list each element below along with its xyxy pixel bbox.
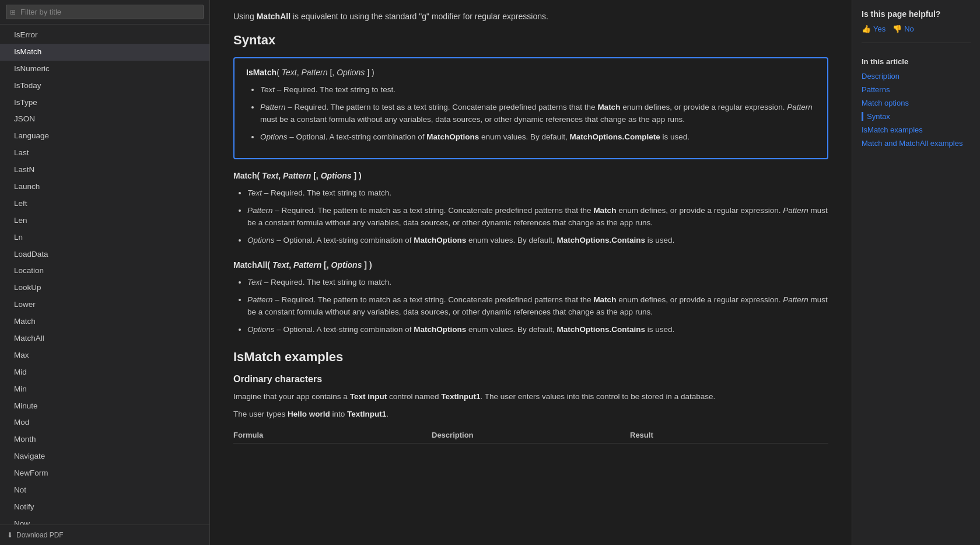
ismatch-syntax-title: IsMatch( Text, Pattern [, Options ] ) xyxy=(246,68,816,77)
ismatch-arg-list: Text – Required. The text string to test… xyxy=(246,84,816,143)
main-content: Using MatchAll is equivalent to using th… xyxy=(210,0,852,545)
helpful-section: Is this page helpful? 👍 Yes 👎 No xyxy=(862,9,971,43)
sidebar-item-match[interactable]: Match xyxy=(0,313,209,330)
matchall-arg-options: Options – Optional. A text-string combin… xyxy=(247,324,828,336)
thumbs-up-icon: 👍 xyxy=(862,25,871,33)
ordinary-chars-para2: The user types Hello world into TextInpu… xyxy=(233,408,828,421)
helpful-buttons: 👍 Yes 👎 No xyxy=(862,25,971,33)
toc-item-match-options[interactable]: Match options xyxy=(862,99,971,107)
sidebar-item-min[interactable]: Min xyxy=(0,381,209,398)
ismatch-params: ( Text, Pattern [, Options ] ) xyxy=(276,68,374,77)
sidebar-item-mid[interactable]: Mid xyxy=(0,364,209,381)
sidebar-item-now[interactable]: Now xyxy=(0,516,209,525)
sidebar-item-istoday[interactable]: IsToday xyxy=(0,78,209,95)
matchall-arg-pattern: Pattern – Required. The pattern to match… xyxy=(247,294,828,318)
yes-button[interactable]: 👍 Yes xyxy=(862,25,886,33)
no-button[interactable]: 👎 No xyxy=(892,25,914,33)
matchall-syntax-section: MatchAll( Text, Pattern [, Options ] ) T… xyxy=(233,260,828,336)
helpful-title: Is this page helpful? xyxy=(862,9,971,19)
match-syntax-section: Match( Text, Pattern [, Options ] ) Text… xyxy=(233,171,828,246)
sidebar-item-minute[interactable]: Minute xyxy=(0,398,209,415)
search-input[interactable] xyxy=(6,5,204,19)
sidebar-item-loaddata[interactable]: LoadData xyxy=(0,246,209,263)
download-pdf-label: Download PDF xyxy=(16,531,64,539)
content-section: Using MatchAll is equivalent to using th… xyxy=(233,0,828,443)
ismatch-arg-pattern: Pattern – Required. The pattern to test … xyxy=(260,102,816,125)
search-container: ⊞ xyxy=(0,0,209,25)
sidebar-item-newform[interactable]: NewForm xyxy=(0,465,209,482)
match-func-header: Match( Text, Pattern [, Options ] ) xyxy=(233,171,828,180)
match-arg-list: Text – Required. The text string to matc… xyxy=(233,187,828,246)
table-col-result: Result xyxy=(630,431,828,439)
intro-text: Using MatchAll is equivalent to using th… xyxy=(233,12,828,21)
yes-label: Yes xyxy=(873,25,886,33)
thumbs-down-icon: 👎 xyxy=(892,25,902,33)
matchall-func-header: MatchAll( Text, Pattern [, Options ] ) xyxy=(233,260,828,270)
table-header-row: Formula Description Result xyxy=(233,427,828,443)
toc-item-description[interactable]: Description xyxy=(862,72,971,81)
sidebar-item-ln[interactable]: Ln xyxy=(0,229,209,246)
sidebar-item-notify[interactable]: Notify xyxy=(0,499,209,516)
sidebar-item-iserror[interactable]: IsError xyxy=(0,27,209,44)
ismatch-arg-text: Text – Required. The text string to test… xyxy=(260,84,816,96)
sidebar-item-istype[interactable]: IsType xyxy=(0,95,209,111)
sidebar-item-ismatch[interactable]: IsMatch xyxy=(0,44,209,61)
toc-item-syntax[interactable]: Syntax xyxy=(862,112,971,121)
toc-section: In this article DescriptionPatternsMatch… xyxy=(862,57,971,152)
table-col-description: Description xyxy=(432,431,630,439)
toc-item-match-and-matchall-examples[interactable]: Match and MatchAll examples xyxy=(862,139,971,148)
toc-title: In this article xyxy=(862,57,971,66)
no-label: No xyxy=(904,25,914,33)
ismatch-examples-heading: IsMatch examples xyxy=(233,350,828,365)
syntax-heading: Syntax xyxy=(233,33,828,48)
table-col-formula: Formula xyxy=(233,431,432,439)
sidebar-item-navigate[interactable]: Navigate xyxy=(0,448,209,465)
sidebar-item-not[interactable]: Not xyxy=(0,482,209,499)
sidebar-item-isnumeric[interactable]: IsNumeric xyxy=(0,61,209,78)
ordinary-chars-para1: Imagine that your app contains a Text in… xyxy=(233,390,828,403)
sidebar-item-left[interactable]: Left xyxy=(0,195,209,212)
sidebar-item-last[interactable]: Last xyxy=(0,145,209,162)
search-icon: ⊞ xyxy=(10,8,16,16)
match-arg-pattern: Pattern – Required. The pattern to match… xyxy=(247,205,828,229)
toc-item-patterns[interactable]: Patterns xyxy=(862,85,971,94)
ismatch-arg-options: Options – Optional. A text-string combin… xyxy=(260,131,816,143)
ordinary-chars-heading: Ordinary characters xyxy=(233,374,828,385)
sidebar-item-launch[interactable]: Launch xyxy=(0,179,209,195)
matchall-arg-list: Text – Required. The text string to matc… xyxy=(233,277,828,336)
match-params: ( Text, Pattern [, Options ] ) xyxy=(257,171,361,180)
matchall-arg-text: Text – Required. The text string to matc… xyxy=(247,277,828,288)
sidebar-item-max[interactable]: Max xyxy=(0,347,209,364)
sidebar-item-lower[interactable]: Lower xyxy=(0,296,209,313)
match-arg-text: Text – Required. The text string to matc… xyxy=(247,187,828,199)
sidebar-list: IsErrorIsMatchIsNumericIsTodayIsTypeJSON… xyxy=(0,25,209,525)
matchall-func-name: MatchAll xyxy=(233,260,267,270)
sidebar-item-month[interactable]: Month xyxy=(0,431,209,448)
sidebar-item-mod[interactable]: Mod xyxy=(0,414,209,431)
sidebar-item-lookup[interactable]: LookUp xyxy=(0,280,209,296)
sidebar-item-location[interactable]: Location xyxy=(0,263,209,280)
match-func-name: Match xyxy=(233,171,257,180)
sidebar-item-matchall[interactable]: MatchAll xyxy=(0,330,209,347)
ismatch-syntax-box: IsMatch( Text, Pattern [, Options ] ) Te… xyxy=(233,57,828,159)
matchall-params: ( Text, Pattern [, Options ] ) xyxy=(267,260,372,270)
toc-item-ismatch-examples[interactable]: IsMatch examples xyxy=(862,125,971,134)
left-sidebar: ⊞ IsErrorIsMatchIsNumericIsTodayIsTypeJS… xyxy=(0,0,210,545)
sidebar-item-json[interactable]: JSON xyxy=(0,111,209,128)
right-sidebar: Is this page helpful? 👍 Yes 👎 No In this… xyxy=(852,0,980,545)
download-pdf-button[interactable]: ⬇ Download PDF xyxy=(0,525,209,545)
sidebar-item-language[interactable]: Language xyxy=(0,128,209,145)
sidebar-item-lastn[interactable]: LastN xyxy=(0,162,209,179)
ismatch-func-name: IsMatch xyxy=(246,68,276,77)
search-inner: ⊞ xyxy=(6,5,204,19)
download-icon: ⬇ xyxy=(7,531,13,539)
sidebar-item-len[interactable]: Len xyxy=(0,212,209,229)
match-arg-options: Options – Optional. A text-string combin… xyxy=(247,235,828,246)
